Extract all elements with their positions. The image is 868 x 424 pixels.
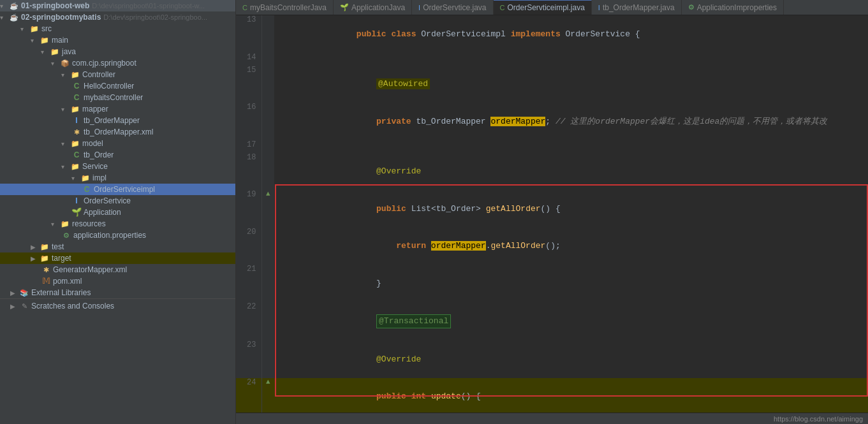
folder-icon: 📁: [70, 161, 80, 172]
order-sertvice-label: OrderSertvice: [84, 196, 131, 205]
controller-folder-label: Controller: [82, 70, 115, 79]
sidebar-item-pom-xml[interactable]: 𝕄 pom.xml: [0, 275, 235, 287]
line-code[interactable]: @Autowired: [274, 66, 868, 103]
sidebar-item-tb-order-mapper-xml[interactable]: ✱ tb_OrderMapper.xml: [0, 126, 235, 138]
sidebar-item-tb-order[interactable]: C tb_Order: [0, 149, 235, 161]
sidebar-item-generator-mapper[interactable]: ✱ GeneratorMapper.xml: [0, 264, 235, 275]
sidebar-item-package[interactable]: ▾ 📦 com.cjp.springboot: [0, 57, 235, 69]
ext-arrow: ▶: [10, 289, 19, 296]
sidebar-item-test[interactable]: ▶ 📁 test: [0, 241, 235, 252]
tab-label5: tb_OrderMapper.java: [603, 3, 675, 12]
application-label: Application: [84, 208, 121, 217]
sidebar-item-hello-controller[interactable]: C HelloController: [0, 80, 235, 92]
model-folder-label: model: [82, 139, 103, 148]
lib-icon: 📚: [19, 288, 29, 298]
table-row: 17: [236, 140, 868, 153]
scratch-arrow: ▶: [10, 303, 19, 310]
impl-folder-label: impl: [92, 173, 107, 182]
resources-arrow: ▾: [51, 221, 60, 228]
sidebar-item-tb-order-mapper[interactable]: I tb_OrderMapper: [0, 115, 235, 126]
sidebar-item-controller-folder[interactable]: ▾ 📁 Controller: [0, 69, 235, 80]
table-row: 18 @Override: [236, 153, 868, 191]
sidebar-item-main[interactable]: ▾ 📁 main: [0, 34, 235, 46]
sidebar-item-target[interactable]: ▶ 📁 target: [0, 252, 235, 264]
sidebar-item-model-folder[interactable]: ▾ 📁 model: [0, 138, 235, 149]
interface-icon2: I: [71, 196, 82, 206]
tab-label4: OrderServticeimpl.java: [507, 3, 584, 12]
sidebar-item-scratches[interactable]: ▶ ✎ Scratches and Consoles: [0, 298, 235, 313]
interface-icon: I: [71, 115, 82, 126]
project2-name: 02-springbootmybatis: [21, 13, 101, 22]
line-code[interactable]: public List<tb_Order> getAllOrder() {: [274, 190, 868, 228]
line-number: 23: [236, 340, 261, 378]
project-sidebar[interactable]: ▾ ☕ 01-springboot-web D:\dev\springboot\…: [0, 0, 236, 424]
editor-tabs-bar: C myBaitsControllerJava 🌱 ApplicationJav…: [236, 0, 868, 15]
mapper-arrow: ▾: [61, 106, 70, 113]
line-code[interactable]: @Override: [274, 153, 868, 191]
line-number: 21: [236, 265, 261, 302]
line-code[interactable]: public int update() {: [274, 378, 868, 413]
package-label: com.cjp.springboot: [72, 59, 136, 68]
sidebar-item-impl-folder[interactable]: ▾ 📁 impl: [0, 172, 235, 184]
target-label: target: [52, 254, 71, 263]
line-gutter: [261, 265, 274, 302]
line-code[interactable]: @Override: [274, 340, 868, 378]
tab-label3: OrderServtice.java: [423, 3, 486, 12]
project-icon: ☕: [9, 1, 19, 11]
tab-tb-order-mapper[interactable]: I tb_OrderMapper.java: [592, 0, 682, 15]
line-code[interactable]: public class OrderSertviceimpl implement…: [274, 15, 868, 53]
model-arrow: ▾: [61, 140, 70, 147]
sidebar-item-application[interactable]: 🌱 Application: [0, 207, 235, 218]
project-02-springbootmybatis[interactable]: ▾ ☕ 02-springbootmybatis D:\dev\springbo…: [0, 11, 235, 23]
sidebar-item-src[interactable]: ▾ 📁 src: [0, 23, 235, 34]
table-row: 23 @Override: [236, 340, 868, 378]
external-libraries-label: External Libraries: [31, 288, 91, 297]
tab-application-java[interactable]: 🌱 ApplicationJava: [334, 0, 412, 15]
hello-controller-label: HelloController: [84, 82, 134, 91]
sidebar-item-java[interactable]: ▾ 📁 java: [0, 46, 235, 57]
sidebar-item-mapper-folder[interactable]: ▾ 📁 mapper: [0, 103, 235, 115]
main-arrow: ▾: [31, 37, 40, 44]
line-code[interactable]: private tb_OrderMapper orderMapper; // 这…: [274, 103, 868, 140]
scratch-icon: ✎: [19, 301, 29, 311]
properties-icon: ⚙: [61, 230, 71, 240]
tab-order-sertvice[interactable]: I OrderServtice.java: [412, 0, 493, 15]
resources-folder-label: resources: [72, 219, 106, 228]
folder-icon: 📁: [60, 219, 70, 229]
code-editor[interactable]: 13 public class OrderSertviceimpl implem…: [236, 15, 868, 413]
target-arrow: ▶: [31, 255, 40, 262]
tab-icon2: 🌱: [340, 3, 349, 11]
status-text: https://blog.csdn.net/aimingg: [774, 415, 863, 423]
line-number: 19: [236, 190, 261, 228]
project-01-springboot-web[interactable]: ▾ ☕ 01-springboot-web D:\dev\springboot\…: [0, 0, 235, 11]
line-code[interactable]: return orderMapper.getAllOrder();: [274, 228, 868, 265]
project-arrow: ▾: [0, 3, 9, 10]
test-label: test: [52, 242, 64, 251]
sidebar-item-application-properties[interactable]: ⚙ application.properties: [0, 230, 235, 241]
transactional-annotation: @Transactional: [376, 314, 451, 328]
tab-order-sertviceimpl[interactable]: C OrderServticeimpl.java: [494, 0, 592, 15]
line-gutter: ▲: [261, 378, 274, 413]
sidebar-item-order-sertvice[interactable]: I OrderSertvice: [0, 195, 235, 207]
pkg-arrow: ▾: [51, 60, 60, 67]
sidebar-item-order-sertviceimpl[interactable]: C OrderSertviceimpl: [0, 184, 235, 195]
tab-label: myBaitsControllerJava: [250, 3, 327, 12]
spring-icon: 🌱: [71, 207, 82, 217]
package-icon: 📦: [60, 58, 70, 68]
ctrl-arrow: ▾: [61, 71, 70, 78]
tab-mybatis-controller[interactable]: C myBaitsControllerJava: [236, 0, 334, 15]
xml-icon: ✱: [71, 127, 82, 137]
sidebar-item-service-folder[interactable]: ▾ 📁 Service: [0, 161, 235, 172]
sidebar-item-external-libraries[interactable]: ▶ 📚 External Libraries: [0, 287, 235, 298]
sidebar-item-mybatis-controller[interactable]: C mybaitsController: [0, 92, 235, 103]
folder-icon: 📁: [29, 24, 40, 34]
line-number: 13: [236, 15, 261, 53]
folder-icon: 📁: [70, 138, 80, 149]
tab-application-properties[interactable]: ⚙ ApplicationImproperties: [682, 0, 784, 15]
line-code[interactable]: }: [274, 265, 868, 302]
line-gutter: [261, 228, 274, 265]
line-code[interactable]: @Transactional: [274, 302, 868, 341]
sidebar-item-resources-folder[interactable]: ▾ 📁 resources: [0, 218, 235, 230]
project-path: D:\dev\springboot\01-springboot-w...: [92, 2, 205, 10]
table-row: 20 return orderMapper.getAllOrder();: [236, 228, 868, 265]
